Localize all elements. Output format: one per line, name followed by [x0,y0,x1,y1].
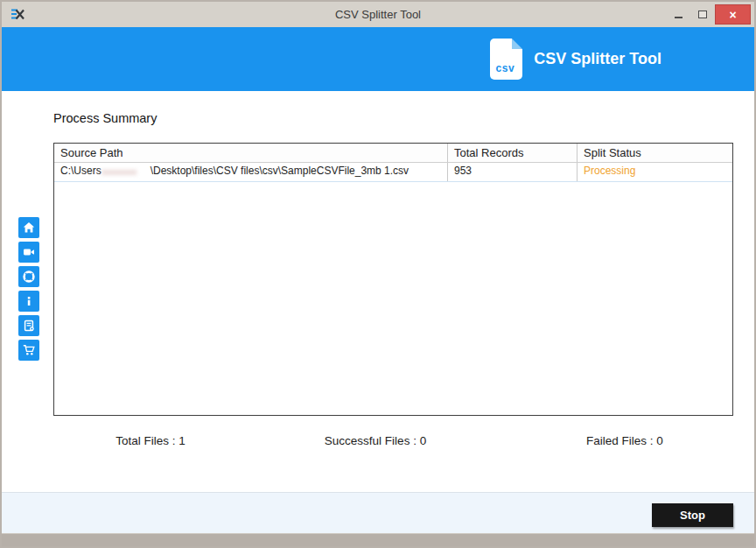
sidebar-support-button[interactable] [18,266,39,287]
app-logo-icon [10,8,25,21]
footer-bar: Stop [2,492,754,533]
minimize-button[interactable] [666,5,690,25]
column-header-source-path[interactable]: Source Path [54,144,448,162]
table-row[interactable]: C:\Usersxxxxxxxxxx\Desktop\files\CSV fil… [54,163,732,182]
sidebar-info-button[interactable] [18,291,39,312]
process-summary-table: Source Path Total Records Split Status C… [53,143,733,416]
close-button[interactable]: × [715,4,751,25]
column-header-total-records[interactable]: Total Records [448,144,578,162]
csv-splitter-window: CSV Splitter Tool × csv CSV Splitter Too… [0,0,756,548]
app-header: csv CSV Splitter Tool [2,27,754,91]
sidebar-license-button[interactable] [18,315,39,336]
source-path-cell: C:\Usersxxxxxxxxxx\Desktop\files\CSV fil… [54,163,448,181]
maximize-button[interactable] [690,5,715,25]
total-files-count: Total Files : 1 [85,434,216,447]
sidebar [18,217,39,361]
successful-files-count: Successful Files : 0 [297,434,454,447]
column-header-split-status[interactable]: Split Status [578,144,732,162]
window-bottom-border [2,533,754,546]
sidebar-video-button[interactable] [18,242,39,263]
window-title: CSV Splitter Tool [2,8,754,21]
sidebar-buy-button[interactable] [18,340,39,361]
support-icon [23,270,35,283]
close-icon: × [729,9,736,21]
failed-files-count: Failed Files : 0 [555,434,695,447]
folded-corner [512,39,522,49]
table-header-row: Source Path Total Records Split Status [54,144,732,163]
main-content: Process Summary [2,91,754,492]
sidebar-home-button[interactable] [18,217,39,238]
video-camera-icon [23,246,35,258]
window-controls: × [666,2,751,27]
csv-logo-label: csv [490,62,520,74]
cart-icon [23,344,35,356]
csv-file-icon: csv [490,39,522,80]
brand-title: CSV Splitter Tool [534,50,662,68]
titlebar: CSV Splitter Tool × [2,2,754,27]
info-icon [23,295,35,307]
maximize-icon [698,11,707,18]
minimize-icon [675,17,682,18]
stop-button[interactable]: Stop [652,503,733,527]
redacted-username: xxxxxxxxxx [102,167,150,176]
split-status-cell: Processing [578,163,732,181]
page-title: Process Summary [53,111,157,125]
home-icon [23,221,35,234]
license-icon [23,320,35,332]
total-records-cell: 953 [448,163,578,181]
